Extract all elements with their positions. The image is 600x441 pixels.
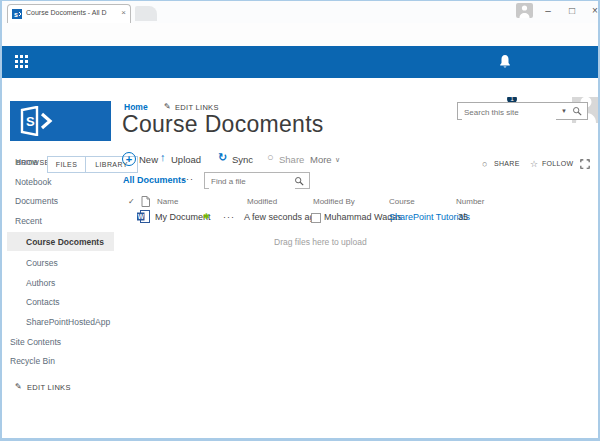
new-plus-icon[interactable]: + (122, 152, 136, 166)
svg-text:W: W (138, 213, 145, 220)
svg-text:s: s (14, 11, 18, 18)
profile-icon (516, 3, 533, 18)
upload-button[interactable]: Upload (171, 154, 201, 165)
sidebar-item-courses[interactable]: Courses (26, 258, 58, 268)
number-cell: 35 (458, 212, 468, 222)
view-ellipsis-button[interactable]: ··· (182, 174, 194, 184)
sync-icon: ↻ (218, 151, 227, 164)
sidebar-item-course-docoments[interactable]: Course Docoments (7, 232, 114, 251)
page-title: Course Docoments (122, 111, 324, 138)
column-header-name[interactable]: Name (157, 197, 178, 206)
search-scope-caret-icon[interactable]: ▼ (561, 108, 567, 114)
url-bar: ← → ↻ https://sharepointtutorials.sharep… (2, 23, 598, 46)
tab-files[interactable]: FILES (47, 156, 86, 173)
sharepoint-logo[interactable]: S (10, 101, 111, 141)
site-search-box: ▼ (457, 102, 588, 120)
find-search-icon[interactable] (294, 176, 304, 186)
more-button[interactable]: More (310, 154, 332, 165)
dropzone-hint: Drag files here to upload (274, 237, 367, 247)
new-item-badge-icon: ✱ (203, 212, 210, 221)
minimize-button[interactable]: – (538, 2, 558, 20)
maximize-button[interactable]: □ (562, 2, 582, 20)
column-header-modified[interactable]: Modified (247, 197, 277, 206)
suite-bar: Office 365 Sites 1 ⚙ ? (2, 46, 598, 78)
close-button[interactable]: × (585, 2, 600, 20)
share-toolbar-button[interactable]: Share (279, 154, 304, 165)
column-header-number[interactable]: Number (456, 197, 484, 206)
modified-cell: A few seconds ago (244, 212, 320, 222)
presence-checkbox[interactable] (311, 213, 321, 223)
title-bar: s Course Docoments - All D × – □ × (2, 1, 598, 23)
pencil-icon: ✎ (164, 102, 171, 111)
edit-links-sidebar-button[interactable]: EDIT LINKS (27, 383, 71, 392)
row-ellipsis-button[interactable]: ··· (223, 212, 235, 222)
more-caret-icon: ∨ (335, 156, 340, 164)
svg-text:S: S (26, 114, 35, 129)
site-search-input[interactable] (462, 104, 556, 120)
new-button[interactable]: New (139, 154, 158, 165)
sidebar-item-recycle-bin[interactable]: Recycle Bin (10, 356, 55, 366)
bell-icon[interactable] (498, 54, 512, 70)
share-toolbar-icon: ○ (267, 151, 274, 163)
doc-type-column-icon (141, 196, 150, 207)
browser-tab[interactable]: s Course Docoments - All D × (7, 4, 131, 23)
sidebar-item-site-contents[interactable]: Site Contents (10, 337, 61, 347)
select-all-check-icon[interactable]: ✓ (128, 197, 135, 206)
sync-button[interactable]: Sync (232, 154, 253, 165)
sharepoint-logo-icon: S (18, 106, 62, 136)
share-circle-icon: ○ (482, 159, 488, 169)
sharepoint-favicon-icon: s (12, 9, 22, 19)
find-file-input[interactable] (209, 174, 295, 189)
share-button[interactable]: SHARE (494, 160, 520, 167)
app-launcher-icon[interactable] (15, 55, 28, 68)
view-all-documents-link[interactable]: All Documents (123, 175, 186, 185)
new-tab-button[interactable] (135, 6, 157, 21)
pencil-icon: ✎ (15, 382, 22, 391)
sidebar-item-authors[interactable]: Authors (26, 278, 55, 288)
word-document-icon: W (137, 210, 150, 223)
upload-arrow-icon: ↑ (160, 151, 166, 163)
sidebar-item-home[interactable]: Home (15, 157, 38, 167)
sidebar-item-notebook[interactable]: Notebook (15, 177, 51, 187)
browser-window: s Course Docoments - All D × – □ × ← → ↻… (0, 0, 600, 441)
column-header-modified-by[interactable]: Modified By (313, 197, 355, 206)
sidebar-item-label: Course Docoments (26, 237, 104, 247)
column-header-course[interactable]: Course (389, 197, 415, 206)
sidebar-item-contacts[interactable]: Contacts (26, 297, 60, 307)
browser-profile-button[interactable] (516, 3, 533, 18)
search-icon[interactable] (572, 106, 582, 116)
sidebar-item-sharepointhostedapp[interactable]: SharePointHostedApp (26, 317, 110, 327)
follow-star-icon: ☆ (530, 159, 538, 169)
sidebar-item-documents[interactable]: Documents (15, 196, 58, 206)
find-file-box (204, 172, 310, 189)
tab-close-icon[interactable]: × (121, 8, 126, 17)
focus-mode-icon[interactable] (580, 159, 590, 169)
tab-title: Course Docoments - All D (26, 9, 107, 16)
ribbon-row: BROWSE FILES LIBRARY ○ SHARE ☆ FOLLOW (2, 78, 598, 97)
sidebar-item-recent[interactable]: Recent (15, 216, 42, 226)
follow-button[interactable]: FOLLOW (542, 160, 573, 167)
